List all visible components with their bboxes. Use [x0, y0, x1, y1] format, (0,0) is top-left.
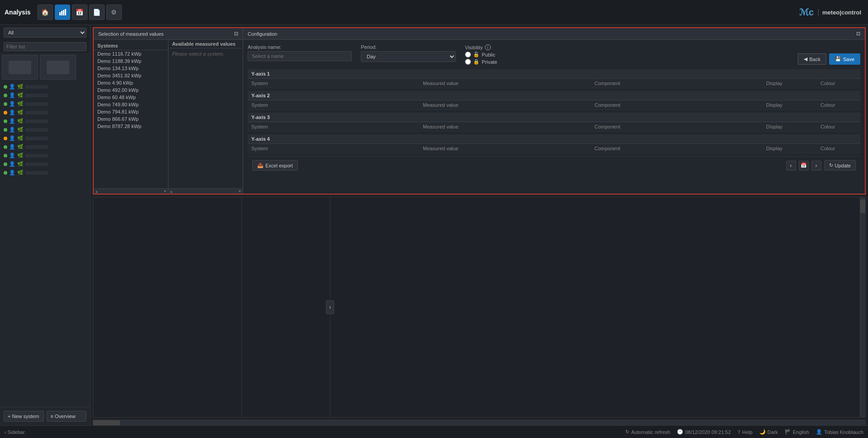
list-item[interactable]: 👤 🌿 — [0, 91, 90, 100]
calendar-button[interactable]: 📅 — [799, 161, 809, 171]
visibility-radio-group: 🔓 Public 🔒 Private — [465, 52, 497, 65]
scrollbar-thumb[interactable] — [860, 200, 865, 213]
save-button[interactable]: 💾 Save — [829, 53, 860, 65]
config-header: Configuration ⊡ — [243, 28, 865, 40]
visibility-private-option[interactable]: 🔒 Private — [465, 59, 497, 65]
home-nav-button[interactable]: 🏠 — [38, 5, 53, 20]
list-item[interactable]: 👤 🌿 — [0, 160, 90, 168]
update-button[interactable]: ↻ Update — [824, 160, 856, 171]
item-label — [25, 162, 48, 166]
leaf-icon: 🌿 — [17, 152, 24, 158]
person-icon: 👤 — [9, 135, 15, 141]
scroll-up-measured[interactable]: ▲ — [169, 189, 173, 194]
selection-header: Selection of measured values ⊡ — [94, 28, 243, 40]
moon-icon: 🌙 — [759, 429, 766, 435]
list-item[interactable]: 👤 🌿 — [0, 151, 90, 160]
list-item[interactable]: 👤 🌿 — [0, 117, 90, 125]
system-item[interactable]: Demo 3451.92 kWp — [94, 72, 168, 79]
person-icon: 👤 — [9, 110, 15, 115]
selection-header-label: Selection of measured values — [98, 31, 163, 37]
list-item[interactable]: 👤 🌿 — [0, 168, 90, 177]
expand-button[interactable]: › — [326, 300, 334, 314]
system-item[interactable]: Demo 866.67 kWp — [94, 115, 168, 123]
overview-button[interactable]: ≡ Overview — [47, 411, 87, 422]
lower-right-panel — [331, 197, 865, 417]
visibility-public-option[interactable]: 🔓 Public — [465, 52, 497, 57]
period-label: Period: — [361, 44, 456, 50]
sidebar-card-2 — [40, 55, 76, 80]
action-buttons: ◀ Back 💾 Save — [798, 53, 860, 65]
sidebar-filter-select[interactable]: All — [4, 28, 86, 38]
navigation-arrows: ‹ 📅 › ↻ Update — [786, 160, 856, 171]
status-dot-orange — [4, 111, 7, 114]
help-status[interactable]: ? Help — [738, 429, 753, 435]
systems-column-header: Systems — [94, 42, 168, 50]
back-button[interactable]: ◀ Back — [798, 53, 826, 65]
system-item[interactable]: Demo 60.48 kWp — [94, 94, 168, 101]
config-expand-icon[interactable]: ⊡ — [856, 31, 860, 37]
visibility-label: Visibility i — [465, 44, 497, 50]
scroll-down-systems[interactable]: ▼ — [163, 189, 167, 194]
list-item[interactable]: 👤 🌿 — [0, 82, 90, 91]
analysis-nav-button[interactable] — [55, 5, 70, 20]
scroll-up-systems[interactable]: ▲ — [95, 189, 99, 194]
yaxis-1-section: Y-axis 1 System Measured value Component… — [248, 69, 860, 88]
system-item[interactable]: Demo 749.80 kWp — [94, 101, 168, 108]
vertical-scrollbar[interactable] — [860, 197, 865, 417]
excel-icon: 📤 — [257, 162, 264, 168]
visibility-public-radio[interactable] — [465, 52, 471, 57]
system-item[interactable]: Demo 492.00 kWp — [94, 86, 168, 94]
visibility-private-radio[interactable] — [465, 59, 471, 65]
system-item[interactable]: Demo 1116.72 kWp — [94, 50, 168, 57]
status-dot-green — [4, 154, 7, 157]
scroll-down-measured[interactable]: ▼ — [238, 189, 242, 194]
sidebar-search-input[interactable] — [4, 42, 86, 51]
person-icon: 👤 — [9, 170, 15, 176]
item-label — [25, 171, 48, 175]
person-icon: 👤 — [9, 84, 15, 90]
period-select[interactable]: Day Week Month Year — [361, 51, 456, 62]
prev-arrow-button[interactable]: ‹ — [786, 161, 796, 171]
leaf-icon: 🌿 — [17, 110, 24, 115]
system-item[interactable]: Demo 794.81 kWp — [94, 108, 168, 115]
systems-column: Systems Demo 1116.72 kWp Demo 1188.39 kW… — [94, 40, 168, 188]
list-item[interactable]: 👤 🌿 — [0, 108, 90, 117]
h-scrollbar-thumb[interactable] — [93, 420, 120, 425]
status-dot-green — [4, 171, 7, 175]
list-item[interactable]: 👤 🌿 — [0, 134, 90, 143]
lower-left-panel — [93, 197, 242, 417]
status-right: ↻ Automatic refresh 🕐 08/12/2020 09:21:5… — [625, 429, 863, 435]
yaxis-4-section: Y-axis 4 System Measured value Component… — [248, 134, 860, 153]
list-item[interactable]: 👤 🌿 — [0, 125, 90, 134]
next-arrow-button[interactable]: › — [811, 161, 821, 171]
excel-export-button[interactable]: 📤 Excel export — [252, 160, 298, 171]
system-item[interactable]: Demo 4.90 kWp — [94, 79, 168, 86]
person-icon: 👤 — [9, 144, 15, 150]
status-dot-green — [4, 145, 7, 149]
dark-mode-status[interactable]: 🌙 Dark — [759, 429, 778, 435]
leaf-icon: 🌿 — [17, 144, 24, 150]
system-item[interactable]: Demo 134.13 kWp — [94, 65, 168, 72]
info-icon[interactable]: i — [485, 44, 491, 50]
calendar-nav-button[interactable]: 📅 — [72, 5, 87, 20]
system-item[interactable]: Demo 1188.39 kWp — [94, 57, 168, 65]
analysis-name-input[interactable] — [248, 51, 352, 61]
status-dot-green — [4, 119, 7, 123]
leaf-icon: 🌿 — [17, 135, 24, 141]
list-item[interactable]: 👤 🌿 — [0, 143, 90, 151]
logo-text: meteo|control — [818, 9, 861, 16]
yaxis-3-header: Y-axis 3 — [248, 113, 860, 122]
settings-nav-button[interactable]: ⚙ — [106, 5, 122, 20]
system-item[interactable]: Demo 8787.28 kWp — [94, 123, 168, 130]
language-status[interactable]: 🏴 English — [785, 429, 809, 435]
leaf-icon: 🌿 — [17, 127, 24, 133]
document-nav-button[interactable]: 📄 — [89, 5, 105, 20]
visibility-group: Visibility i 🔓 Public — [465, 44, 497, 65]
sidebar-toggle[interactable]: ‹ Sidebar — [5, 429, 25, 435]
user-status[interactable]: 👤 Tobias Knoblauch — [816, 429, 863, 435]
config-header-label: Configuration — [248, 31, 277, 37]
leaf-icon: 🌿 — [17, 161, 24, 167]
horizontal-scrollbar[interactable] — [93, 420, 866, 425]
list-item[interactable]: 👤 🌿 — [0, 100, 90, 108]
new-system-button[interactable]: + New system — [4, 411, 44, 422]
